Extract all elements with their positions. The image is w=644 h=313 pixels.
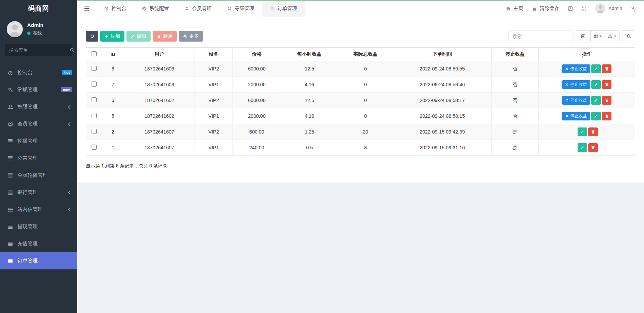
- row-checkbox-cell: [86, 77, 102, 93]
- row-edit-button[interactable]: [578, 143, 587, 152]
- sidebar-item-1[interactable]: 常规管理new: [0, 81, 77, 98]
- fullscreen-button[interactable]: [582, 6, 587, 11]
- cell-id: 2: [102, 124, 124, 140]
- gears-icon: [8, 87, 13, 93]
- row-delete-button[interactable]: [588, 143, 598, 152]
- topbar-right: 主页 清除缓存 Admin: [506, 0, 644, 17]
- cell-price: 6000.00: [233, 61, 281, 77]
- cell-hourly-income: 4.16: [281, 108, 338, 124]
- more-button[interactable]: 更多: [179, 31, 203, 42]
- sidebar-item-3[interactable]: 会员管理: [0, 115, 77, 133]
- add-label: 添加: [111, 33, 120, 39]
- row-checkbox[interactable]: [92, 82, 97, 87]
- sidebar-item-0[interactable]: 控制台hot: [0, 64, 77, 81]
- refresh-button[interactable]: [86, 31, 98, 42]
- add-button[interactable]: 添加: [100, 31, 124, 42]
- caret-down-icon: [614, 36, 616, 37]
- row-checkbox[interactable]: [92, 66, 97, 71]
- tab-0[interactable]: 控制台: [96, 0, 134, 17]
- row-delete-button[interactable]: [602, 112, 611, 120]
- list-icon: [8, 224, 13, 229]
- topbar: 控制台系统配置会员管理等级管理订单管理 主页 清除缓存 Admin: [77, 0, 644, 17]
- row-edit-button[interactable]: [578, 127, 587, 136]
- header-checkbox-cell: [86, 48, 102, 61]
- table-header-row: ID用户设备价格每小时收益实际总收益下单时间停止收益操作: [86, 48, 635, 61]
- language-button[interactable]: [568, 6, 573, 11]
- x-icon: [565, 114, 569, 118]
- row-delete-button[interactable]: [588, 127, 598, 136]
- sidebar-item-11[interactable]: 订单管理: [0, 252, 77, 269]
- sidebar-item-10[interactable]: 充值管理: [0, 235, 77, 252]
- user-icon: [184, 6, 189, 11]
- row-checkbox[interactable]: [92, 113, 97, 118]
- stop-income-button[interactable]: 停止收益: [562, 64, 590, 73]
- dashboard-icon: [8, 70, 13, 75]
- sidebar-search-input[interactable]: [9, 47, 70, 53]
- edit-button[interactable]: 编辑: [126, 31, 151, 42]
- sidebar-item-label: 会员管理: [17, 121, 38, 127]
- online-dot-icon: [27, 32, 31, 35]
- delete-button[interactable]: 删除: [153, 31, 177, 42]
- sidebar-item-9[interactable]: 提现管理: [0, 218, 77, 235]
- row-checkbox-cell: [86, 108, 102, 124]
- row-edit-button[interactable]: [591, 80, 601, 89]
- row-delete-button[interactable]: [602, 80, 611, 89]
- cell-actions: 停止收益: [539, 61, 635, 77]
- sidebar-item-8[interactable]: 站内信管理: [0, 201, 77, 218]
- sidebar-item-5[interactable]: 公告管理: [0, 150, 77, 167]
- sidebar-item-2[interactable]: 权限管理: [0, 98, 77, 115]
- sidebar-item-7[interactable]: 银行管理: [0, 184, 77, 201]
- delete-label: 删除: [163, 33, 172, 39]
- columns-button[interactable]: [590, 30, 605, 42]
- hamburger-button[interactable]: [77, 0, 96, 17]
- row-checkbox[interactable]: [92, 97, 97, 102]
- select-all-checkbox[interactable]: [92, 51, 97, 56]
- cell-actions: [539, 140, 635, 156]
- column-header: 实际总收益: [338, 48, 393, 61]
- user-menu[interactable]: Admin: [595, 3, 622, 13]
- sidebar-item-label: 常规管理: [17, 87, 38, 93]
- home-link[interactable]: 主页: [506, 5, 523, 12]
- clear-cache-link[interactable]: 清除缓存: [532, 5, 559, 12]
- cell-device: VIP1: [195, 108, 233, 124]
- tab-3[interactable]: 等级管理: [219, 0, 262, 17]
- user-avatar: [7, 21, 23, 37]
- cell-user: 18702641602: [124, 108, 195, 124]
- search-button[interactable]: [623, 30, 635, 42]
- pencil-icon: [594, 83, 598, 87]
- tab-4[interactable]: 订单管理: [262, 0, 305, 17]
- tab-1[interactable]: 系统配置: [134, 0, 177, 17]
- column-header: 操作: [539, 48, 635, 61]
- stop-income-button[interactable]: 停止收益: [562, 96, 590, 105]
- row-checkbox[interactable]: [92, 129, 97, 134]
- chevron-left-icon: [67, 190, 72, 195]
- detail-view-button[interactable]: [576, 30, 591, 42]
- row-checkbox[interactable]: [92, 145, 97, 150]
- sidebar-item-6[interactable]: 会员轮播管理: [0, 167, 77, 184]
- gear-icon: [142, 6, 147, 11]
- x-icon: [565, 99, 569, 102]
- x-icon: [565, 67, 569, 70]
- row-edit-button[interactable]: [591, 96, 601, 105]
- table-search-input[interactable]: [508, 31, 573, 42]
- tab-label: 系统配置: [150, 5, 169, 12]
- row-edit-button[interactable]: [591, 64, 601, 73]
- tab-2[interactable]: 会员管理: [177, 0, 219, 17]
- sidebar-item-label: 轮播管理: [17, 138, 38, 144]
- cell-price: 6000.00: [233, 93, 281, 108]
- export-button[interactable]: [605, 30, 620, 42]
- stop-income-button[interactable]: 停止收益: [562, 80, 590, 89]
- row-delete-button[interactable]: [602, 64, 611, 73]
- column-header: 每小时收益: [281, 48, 338, 61]
- sidebar-item-4[interactable]: 轮播管理: [0, 133, 77, 150]
- settings-gears-button[interactable]: [631, 6, 636, 11]
- orders-table: ID用户设备价格每小时收益实际总收益下单时间停止收益操作 81870264160…: [86, 47, 635, 156]
- row-delete-button[interactable]: [602, 96, 611, 105]
- row-edit-button[interactable]: [591, 112, 601, 120]
- sidebar-item-label: 订单管理: [17, 258, 38, 264]
- stop-income-button[interactable]: 停止收益: [562, 112, 590, 120]
- sidebar-item-label: 提现管理: [17, 223, 38, 230]
- cell-order-time: 2022-09-24 08:59:55: [393, 61, 492, 77]
- cell-actions: 停止收益: [539, 93, 635, 108]
- chevron-left-icon: [67, 104, 72, 110]
